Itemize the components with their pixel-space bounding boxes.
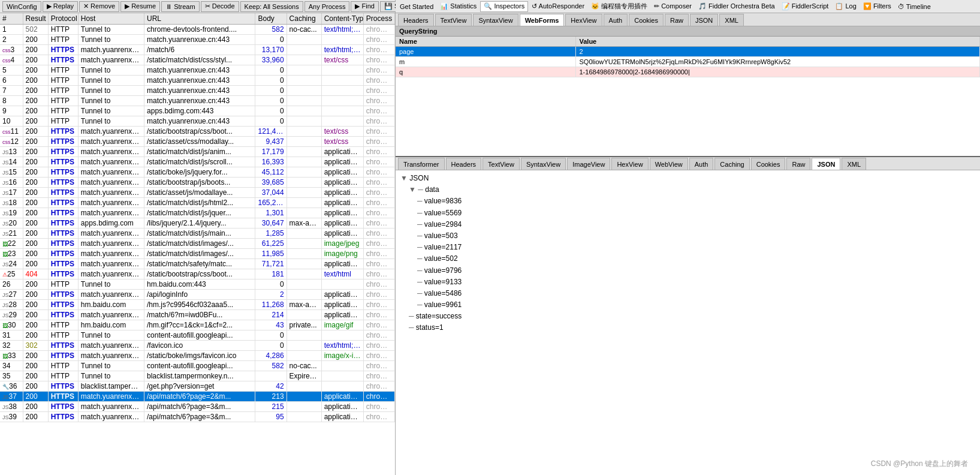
any-process-button[interactable]: Any Process (304, 1, 350, 12)
table-row[interactable]: JS18 200 HTTPS match.yuanrenxue.cn /stat… (0, 198, 395, 208)
resp-tab-headers[interactable]: Headers (446, 158, 482, 170)
stream-button[interactable]: ⏸ Stream (161, 1, 200, 12)
resp-tab-imageview[interactable]: ImageView (567, 158, 610, 170)
tab-textview[interactable]: TextView (435, 14, 472, 26)
json-data-toggle[interactable]: ▼ (409, 184, 416, 196)
replay-button[interactable]: ▶ Replay (43, 1, 78, 12)
table-row[interactable]: JS19 200 HTTPS match.yuanrenxue.cn /stat… (0, 208, 395, 218)
table-row[interactable]: JS14 200 HTTPS match.yuanrenxue.cn /stat… (0, 157, 395, 167)
cell-process: chrome... (363, 229, 394, 239)
table-row[interactable]: 🖼22 200 HTTPS match.yuanrenxue.cn /stati… (0, 239, 395, 249)
table-row[interactable]: 🖼23 200 HTTPS match.yuanrenxue.cn /stati… (0, 249, 395, 259)
cell-body: 214 (255, 310, 287, 320)
winconfig-button[interactable]: WinConfig (2, 1, 41, 12)
table-row[interactable]: JS16 200 HTTPS match.yuanrenxue.cn /stat… (0, 178, 395, 188)
table-row[interactable]: 9 200 HTTP Tunnel to apps.bdimg.com:443 … (0, 106, 395, 116)
qs-row[interactable]: q 1-1684986978000|2-1684986990000| (396, 67, 980, 77)
inspectors-button[interactable]: 🔍 Inspectors (480, 1, 528, 12)
table-row[interactable]: 2 200 HTTP Tunnel to match.yuanrenxue.cn… (0, 35, 395, 45)
resp-tab-transformer[interactable]: Transformer (398, 158, 445, 170)
composer-button[interactable]: ✏ Composer (651, 1, 695, 12)
table-row[interactable]: JS28 200 HTTPS hm.baidu.com /hm.js?c9954… (0, 300, 395, 310)
autoresponder-button[interactable]: ↺ AutoResponder (529, 1, 587, 12)
resp-tab-raw[interactable]: Raw (786, 158, 810, 170)
qs-row[interactable]: page 2 (396, 47, 980, 57)
resp-tab-json[interactable]: JSON (812, 158, 840, 170)
tab-auth[interactable]: Auth (604, 14, 628, 26)
resp-tab-webview[interactable]: WebView (650, 158, 688, 170)
table-row[interactable]: JS13 200 HTTPS match.yuanrenxue.cn /stat… (0, 147, 395, 157)
fiddler-orchestra-button[interactable]: 🎵 Fiddler Orchestra Beta (695, 1, 778, 12)
coding-cat-button[interactable]: 🐱 编程猫专用插件 (588, 1, 650, 12)
remove-button[interactable]: ✕ Remove (79, 1, 119, 12)
table-row[interactable]: css4 200 HTTPS match.yuanrenxue.cn /stat… (0, 55, 395, 65)
table-row[interactable]: JS20 200 HTTPS apps.bdimg.com /libs/jque… (0, 218, 395, 229)
resp-tab-syntaxview[interactable]: SyntaxView (521, 158, 566, 170)
json-toggle[interactable]: ▼ (400, 173, 408, 184)
cell-content (321, 65, 363, 76)
table-row[interactable]: 8 200 HTTP Tunnel to match.yuanrenxue.cn… (0, 96, 395, 106)
table-row[interactable]: 7 200 HTTP Tunnel to match.yuanrenxue.cn… (0, 86, 395, 96)
qs-cell-value: SQ0liowYU2ETRMolN5rjz%2FjqLmRkD%2Fu6MIYk… (575, 57, 980, 67)
table-row[interactable]: JS15 200 HTTPS match.yuanrenxue.cn /stat… (0, 167, 395, 178)
tab-hexview[interactable]: HexView (565, 14, 602, 26)
table-row[interactable]: 6 200 HTTP Tunnel to match.yuanrenxue.cn… (0, 76, 395, 86)
cell-url: match.yuanrenxue.cn:443 (144, 116, 255, 127)
resp-tab-hexview[interactable]: HexView (611, 158, 648, 170)
table-row[interactable]: 26 200 HTTP Tunnel to hm.baidu.com:443 0… (0, 279, 395, 290)
resume-button[interactable]: ▶ Resume (120, 1, 160, 12)
cell-protocol: HTTP (48, 86, 78, 96)
tab-syntaxview[interactable]: SyntaxView (473, 14, 518, 26)
decode-button[interactable]: ✂ Decode (201, 1, 239, 12)
cell-process: chrome... (363, 310, 394, 320)
table-row[interactable]: css12 200 HTTPS match.yuanrenxue.cn /sta… (0, 137, 395, 147)
table-row[interactable]: JS29 200 HTTPS match.yuanrenxue.cn /matc… (0, 310, 395, 320)
tab-headers[interactable]: Headers (398, 14, 434, 26)
table-row[interactable]: JS21 200 HTTPS match.yuanrenxue.cn /stat… (0, 229, 395, 239)
table-row[interactable]: JS24 200 HTTPS match.yuanrenxue.cn /stat… (0, 259, 395, 269)
timeline-button[interactable]: ⏱ Timeline (895, 1, 934, 12)
get-started-button[interactable]: Get Started (397, 1, 436, 12)
querystring-table: Name Value page 2 m SQ0liowYU2ETRMolN5rj… (396, 37, 980, 77)
resp-tab-auth[interactable]: Auth (689, 158, 714, 170)
table-row[interactable]: JS38 200 HTTPS match.yuanrenxue.cn /api/… (0, 402, 395, 412)
tab-json[interactable]: JSON (690, 14, 718, 26)
resp-tab-xml[interactable]: XML (842, 158, 866, 170)
keep-button[interactable]: Keep: All Sessions (240, 1, 303, 12)
cell-num: 9 (0, 106, 23, 116)
traffic-table-container[interactable]: # Result Protocol Host URL Body Caching … (0, 13, 395, 475)
cell-url: /static/boke/imgs/favicon.ico (144, 351, 255, 361)
table-row[interactable]: JS39 200 HTTPS match.yuanrenxue.cn /api/… (0, 412, 395, 422)
table-row[interactable]: 32 302 HTTPS match.yuanrenxue.cn /favico… (0, 341, 395, 351)
tab-raw[interactable]: Raw (665, 14, 689, 26)
resp-tab-caching[interactable]: Caching (714, 158, 749, 170)
table-row[interactable]: css3 200 HTTPS match.yuanrenxue.cn /matc… (0, 45, 395, 55)
tab-xml[interactable]: XML (719, 14, 744, 26)
table-row[interactable]: 35 200 HTTP Tunnel to blacklist.tampermo… (0, 371, 395, 381)
table-row[interactable]: 5 200 HTTP Tunnel to match.yuanrenxue.cn… (0, 65, 395, 76)
log-button[interactable]: 📋 Log (832, 1, 859, 12)
resp-tab-cookies[interactable]: Cookies (751, 158, 786, 170)
table-row[interactable]: 🔧36 200 HTTPS blacklist.tampermom... /ge… (0, 381, 395, 392)
table-row[interactable]: 34 200 HTTP Tunnel to content-autofill.g… (0, 361, 395, 371)
filters-button[interactable]: 🔽 Filters (860, 1, 894, 12)
tab-cookies[interactable]: Cookies (629, 14, 664, 26)
table-row[interactable]: 1 502 HTTP Tunnel to chrome-devtools-fro… (0, 25, 395, 35)
table-row[interactable]: 🖼33 200 HTTPS match.yuanrenxue.cn /stati… (0, 351, 395, 361)
find-button[interactable]: ▶ Find (351, 1, 378, 12)
resp-tab-textview[interactable]: TextView (483, 158, 520, 170)
statistics-button[interactable]: 📊 Statistics (437, 1, 480, 12)
table-row[interactable]: 🖼30 200 HTTP hm.baidu.com /hm.gif?cc=1&c… (0, 320, 395, 330)
table-row[interactable]: JS27 200 HTTPS match.yuanrenxue.cn /api/… (0, 290, 395, 300)
tab-webforms[interactable]: WebForms (520, 14, 565, 26)
cell-num: JS17 (0, 188, 23, 198)
table-row[interactable]: JS17 200 HTTPS match.yuanrenxue.cn /stat… (0, 188, 395, 198)
table-row[interactable]: 10 200 HTTP Tunnel to match.yuanrenxue.c… (0, 116, 395, 127)
table-row[interactable]: 31 200 HTTP Tunnel to content-autofill.g… (0, 330, 395, 341)
table-row[interactable]: css11 200 HTTPS match.yuanrenxue.cn /sta… (0, 127, 395, 137)
qs-row[interactable]: m SQ0liowYU2ETRMolN5rjz%2FjqLmRkD%2Fu6MI… (396, 57, 980, 67)
table-row[interactable]: JS37 200 HTTPS match.yuanrenxue.cn /api/… (0, 392, 395, 402)
cell-content: application/... (321, 392, 363, 402)
table-row[interactable]: ⚠25 404 HTTPS match.yuanrenxue.cn /stati… (0, 269, 395, 279)
fiddler-script-button[interactable]: 📝 FiddlerScript (779, 1, 832, 12)
